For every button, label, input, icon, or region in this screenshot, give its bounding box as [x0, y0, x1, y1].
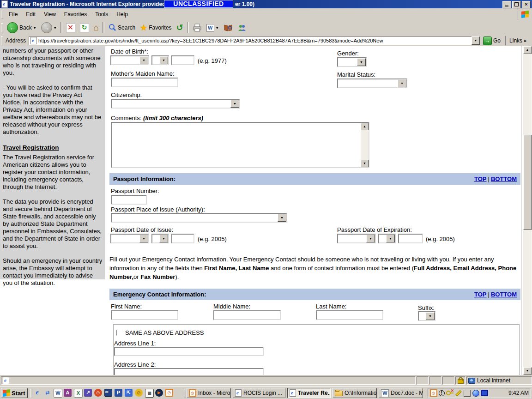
ie-icon[interactable]: e: [33, 389, 41, 397]
orange-clock-icon[interactable]: ◷: [430, 389, 437, 397]
globe-icon[interactable]: [472, 389, 479, 397]
same-address-checkbox[interactable]: [116, 330, 122, 336]
forward-button[interactable]: → ▼: [39, 21, 59, 34]
window-icon[interactable]: ▂: [104, 389, 112, 397]
emergency-bottom-link[interactable]: BOTTOM: [491, 291, 517, 298]
show-desktop-icon[interactable]: ⇱: [125, 389, 133, 397]
dob-year-input[interactable]: [171, 55, 194, 65]
history-button[interactable]: ↺: [174, 22, 186, 34]
task-traveler-registration[interactable]: e Traveler Re...: [287, 388, 331, 398]
middle-name-input[interactable]: [213, 310, 281, 320]
passport-place-select[interactable]: ▼: [111, 213, 287, 223]
restore-button[interactable]: [512, 1, 521, 8]
menu-grip[interactable]: [1, 10, 3, 19]
menu-help[interactable]: Help: [112, 11, 132, 18]
sidebar-heading: Travel Registration: [3, 144, 103, 151]
issue-day-select[interactable]: ▼: [151, 234, 169, 243]
maiden-name-input[interactable]: [111, 78, 178, 87]
orange-clock-icon[interactable]: ◷: [165, 389, 173, 397]
excel-icon[interactable]: X: [74, 389, 83, 398]
favorites-button[interactable]: ★ Favorites: [138, 22, 174, 34]
alarm-clock-icon[interactable]: ◶: [135, 389, 143, 397]
citizenship-select[interactable]: ▼: [111, 99, 240, 109]
suffix-select[interactable]: ▼: [418, 311, 435, 321]
expiration-month-select[interactable]: ▼: [337, 234, 376, 243]
lock-icon: [458, 379, 464, 384]
gender-select[interactable]: ▼: [337, 57, 367, 67]
expiration-day-select[interactable]: ▼: [378, 234, 396, 243]
back-dropdown-icon[interactable]: ▼: [33, 26, 36, 30]
toolbar-separator: [187, 22, 189, 33]
scroll-down-icon[interactable]: ▼: [523, 367, 532, 375]
issue-month-select[interactable]: ▼: [110, 234, 149, 243]
purple-arrow-icon[interactable]: ↗: [84, 389, 92, 397]
messenger-button[interactable]: [235, 23, 249, 33]
back-button[interactable]: ← Back ▼: [5, 21, 39, 34]
notes-icon[interactable]: ▦: [145, 389, 154, 398]
edit-dropdown-icon[interactable]: ▼: [216, 26, 219, 30]
task-folder[interactable]: O:\Informatio...: [332, 388, 377, 398]
emergency-top-link[interactable]: TOP: [474, 291, 487, 298]
last-name-input[interactable]: [316, 310, 383, 320]
scroll-up-icon[interactable]: ▲: [523, 46, 532, 54]
stop-button[interactable]: ✕: [64, 22, 78, 33]
color-grid-icon[interactable]: [464, 390, 471, 397]
pencil-icon[interactable]: [455, 389, 462, 397]
print-button[interactable]: [190, 23, 204, 33]
media-player-icon[interactable]: ▶: [155, 389, 163, 397]
menu-view[interactable]: View: [40, 11, 60, 18]
comments-scrollbar[interactable]: ▲ ▼: [361, 123, 369, 167]
first-name-input[interactable]: [111, 310, 178, 320]
access-icon[interactable]: A: [64, 389, 72, 397]
word-icon[interactable]: W: [54, 389, 62, 398]
publisher-icon[interactable]: P: [115, 389, 122, 397]
address-input[interactable]: e https://travelregistration.state.gov/i…: [29, 36, 480, 45]
outlook-express-icon[interactable]: ⇄: [43, 389, 51, 397]
menu-edit[interactable]: Edit: [22, 11, 40, 18]
task-rocis-login[interactable]: e ROCIS Login ...: [233, 388, 285, 398]
address-grip[interactable]: [1, 36, 3, 45]
issue-year-input[interactable]: [171, 234, 194, 243]
standard-toolbar: ← Back ▼ → ▼ ✕ ↻ ⌂ Search ★ Favorites ↺ …: [0, 20, 532, 36]
status-bar: e Local intranet: [0, 375, 532, 386]
passport-bottom-link[interactable]: BOTTOM: [491, 175, 517, 182]
research-button[interactable]: [221, 23, 235, 33]
start-button[interactable]: Start: [1, 388, 28, 398]
marital-status-select[interactable]: ▼: [337, 79, 407, 88]
gender-label: Gender:: [337, 50, 359, 57]
monitor-icon[interactable]: [481, 389, 488, 397]
edit-with-word-button[interactable]: W ▼: [204, 23, 221, 33]
scrollbar-thumb[interactable]: [523, 135, 532, 230]
task-doc7[interactable]: W Doc7.doc - Mi...: [379, 388, 423, 398]
minimize-button[interactable]: [502, 1, 511, 8]
go-button[interactable]: → Go: [483, 36, 501, 45]
links-toolbar[interactable]: Links »: [505, 36, 526, 45]
menu-favorites[interactable]: Favorites: [60, 11, 91, 18]
key-icon[interactable]: ✕: [446, 389, 453, 397]
menu-tools[interactable]: Tools: [91, 11, 112, 18]
address-line2-input[interactable]: [114, 368, 264, 375]
red-clock-icon[interactable]: ◷: [94, 389, 102, 397]
passport-top-link[interactable]: TOP: [474, 175, 487, 182]
toolbar-grip[interactable]: [1, 23, 3, 32]
address-line1-input[interactable]: [114, 347, 264, 356]
expiration-year-input[interactable]: [398, 234, 423, 243]
home-button[interactable]: ⌂: [91, 22, 101, 34]
page-scrollbar[interactable]: ▲ ▼: [523, 46, 532, 375]
taskband-grip[interactable]: [184, 389, 186, 398]
quicklaunch-grip[interactable]: [30, 389, 32, 398]
scroll-up-icon[interactable]: ▲: [361, 123, 369, 130]
close-button[interactable]: ×: [522, 1, 531, 8]
address-dropdown-icon[interactable]: ▼: [472, 36, 480, 45]
comments-textarea[interactable]: ▲ ▼: [111, 122, 369, 168]
passport-number-input[interactable]: [111, 195, 147, 205]
exclamation-icon[interactable]: !: [439, 390, 445, 396]
dob-day-select[interactable]: ▼: [151, 55, 169, 65]
dob-month-select[interactable]: ▼: [110, 55, 149, 65]
task-inbox[interactable]: ◷ Inbox - Micro...: [187, 388, 231, 398]
forward-dropdown-icon[interactable]: ▼: [54, 26, 57, 30]
scroll-down-icon[interactable]: ▼: [361, 160, 369, 167]
menu-file[interactable]: File: [5, 11, 22, 18]
search-button[interactable]: Search: [106, 23, 138, 33]
refresh-button[interactable]: ↻: [78, 22, 91, 33]
